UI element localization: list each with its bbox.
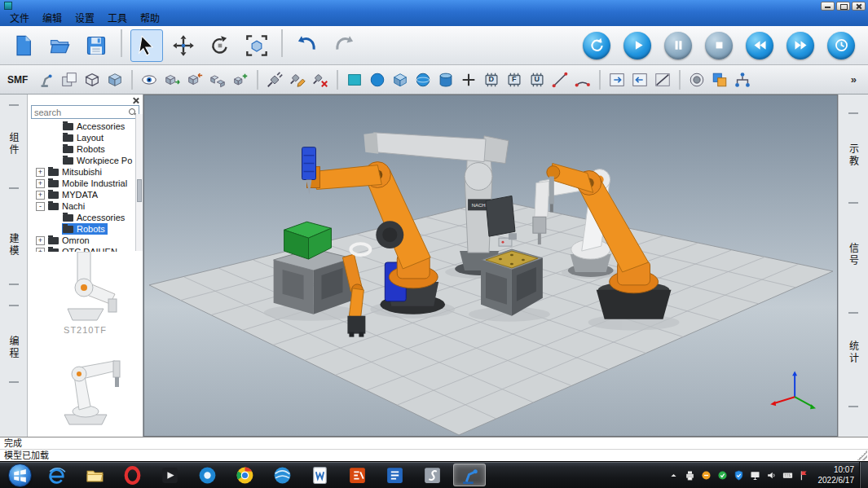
tree-item[interactable]: Accessories [28, 121, 143, 132]
taskbar-explorer-icon[interactable] [78, 464, 111, 486]
controller-box[interactable] [486, 196, 515, 236]
measure-line-button[interactable] [549, 68, 571, 90]
robot-component-button[interactable] [35, 68, 57, 90]
panel-close-icon[interactable] [131, 96, 140, 105]
chip-button[interactable]: F [503, 68, 525, 90]
tree-expander-icon[interactable] [36, 168, 45, 177]
new-button[interactable] [7, 29, 39, 62]
strip-handle[interactable] [848, 406, 858, 407]
rotate-button[interactable] [204, 29, 236, 62]
create-circle-button[interactable] [366, 68, 388, 90]
menu-item[interactable]: 帮助 [134, 11, 166, 26]
fast-forward-button[interactable] [786, 32, 814, 59]
minimize-button[interactable] [821, 2, 835, 11]
frame-button[interactable] [240, 29, 273, 62]
connect-button[interactable] [263, 68, 285, 90]
redo-button[interactable] [328, 29, 360, 62]
pause-button[interactable] [664, 32, 692, 59]
measure-angle-button[interactable] [571, 68, 593, 90]
export-panel-button[interactable] [606, 68, 628, 90]
shaded-view-button[interactable] [104, 68, 126, 90]
chip-button[interactable]: D [480, 68, 502, 90]
undo-button[interactable] [291, 29, 324, 62]
tray-keyboard-icon[interactable] [781, 468, 795, 482]
smf-label[interactable]: SMF [7, 74, 28, 86]
time-button[interactable] [827, 32, 855, 59]
wireframe-view-button[interactable] [81, 68, 103, 90]
menu-item[interactable]: 文件 [3, 11, 36, 26]
sep-button[interactable] [257, 70, 258, 90]
taskbar-cad-gray-icon[interactable] [416, 464, 448, 486]
disconnect-button[interactable] [309, 68, 331, 90]
show-desktop-button[interactable] [859, 462, 868, 488]
resize-grip[interactable] [857, 451, 867, 460]
taskbar-clock[interactable]: 10:07 2022/6/17 [818, 464, 855, 486]
strip-handle[interactable] [9, 284, 19, 285]
strip-handle[interactable] [9, 187, 19, 189]
taskbar-browser-blue-icon[interactable] [266, 464, 298, 486]
tray-printer-icon[interactable] [683, 468, 697, 482]
connect-edit-button[interactable] [286, 68, 308, 90]
stop-button[interactable] [705, 32, 733, 59]
tree-expander-icon[interactable] [36, 179, 45, 188]
taskbar-ev-capture-icon[interactable] [341, 464, 373, 486]
taskbar-robot-sim-icon[interactable] [453, 464, 486, 486]
copy-geometry-button[interactable] [58, 68, 80, 90]
create-cylinder-button[interactable] [434, 68, 456, 90]
chip-button[interactable]: U [526, 68, 548, 90]
create-point-button[interactable] [457, 68, 479, 90]
tray-green-dot-icon[interactable] [716, 468, 729, 482]
reset-button[interactable] [583, 32, 610, 59]
tab-programming[interactable]: 编程 [7, 336, 20, 360]
select-button[interactable] [130, 29, 163, 62]
menu-item[interactable]: 设置 [68, 11, 101, 26]
taskbar-ie-icon[interactable] [41, 464, 73, 486]
tab-components[interactable]: 组件 [7, 132, 20, 156]
menu-item[interactable]: 编辑 [36, 11, 68, 26]
scrollbar-thumb[interactable] [137, 179, 142, 202]
strip-handle[interactable] [848, 202, 858, 204]
tray-monitor-icon[interactable] [748, 468, 762, 482]
create-box-button[interactable] [389, 68, 411, 90]
search-input[interactable] [31, 105, 139, 119]
tree-item[interactable]: Nachi [28, 200, 143, 212]
strip-handle[interactable] [9, 305, 19, 306]
toolbar-overflow-button[interactable]: » [844, 73, 863, 86]
tree-scrollbar[interactable] [135, 114, 143, 251]
tray-shield-blue-icon[interactable] [732, 468, 746, 482]
tab-signals[interactable]: 信号 [847, 243, 861, 267]
strip-handle[interactable] [848, 112, 858, 114]
part-export-button[interactable] [161, 68, 183, 90]
viewport-3d-scene[interactable]: NACHI [144, 95, 837, 436]
tree-item[interactable]: Accessories [28, 212, 143, 223]
tray-orange-dot-icon[interactable] [699, 468, 713, 482]
import-panel-button[interactable] [628, 68, 650, 90]
strip-handle[interactable] [9, 104, 19, 106]
close-button[interactable] [852, 2, 866, 11]
robot-thumbnail[interactable] [37, 252, 134, 323]
part-merge-button[interactable] [229, 68, 251, 90]
taskbar-chrome-icon[interactable] [228, 464, 261, 486]
tray-volume-icon[interactable] [764, 468, 778, 482]
sep-button[interactable] [599, 70, 601, 90]
tree-item[interactable]: Robots [28, 143, 143, 155]
part-copy-button[interactable] [206, 68, 228, 90]
strip-handle[interactable] [848, 312, 858, 314]
robot-thumbnail[interactable] [37, 336, 134, 428]
strip-handle[interactable] [9, 381, 19, 383]
work-table-left[interactable] [274, 248, 353, 314]
tree-expander-icon[interactable] [36, 202, 45, 211]
rewind-button[interactable] [746, 32, 773, 59]
maximize-button[interactable] [836, 2, 850, 11]
create-sphere-button[interactable] [412, 68, 434, 90]
tray-flag-red-icon[interactable] [797, 468, 811, 482]
tree-item[interactable]: Workpiece Po [28, 155, 143, 166]
tree-item[interactable]: Layout [28, 132, 143, 143]
tree-item[interactable]: Mitsubishi [28, 166, 143, 178]
tree-item[interactable]: Omron [28, 235, 143, 246]
viewport-3d[interactable]: NACHI [143, 95, 838, 437]
taskbar-wps-icon[interactable] [303, 464, 336, 486]
create-plane-button[interactable] [343, 68, 365, 90]
menu-item[interactable]: 工具 [101, 11, 134, 26]
sep-button[interactable] [679, 70, 681, 90]
